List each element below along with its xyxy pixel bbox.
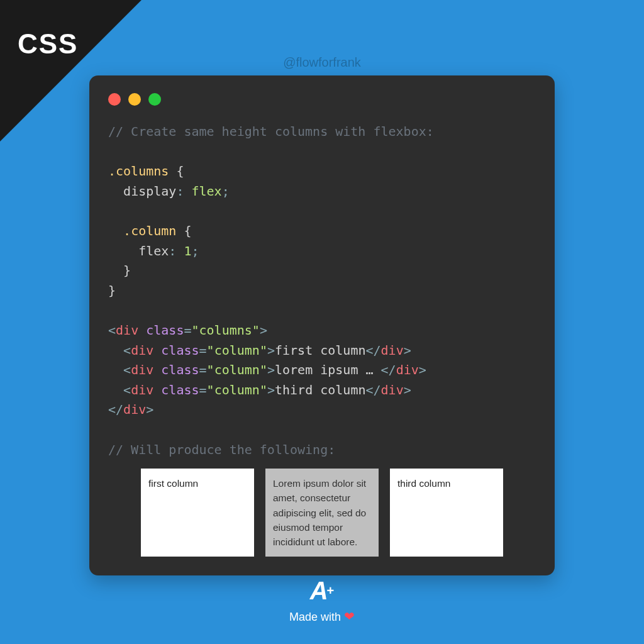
author-handle: @flowforfrank (283, 55, 361, 70)
code-tag: div (131, 382, 153, 397)
code-selector: .columns (108, 164, 169, 179)
demo-column-2: Lorem ipsum dolor sit amet, consectetur … (265, 469, 379, 557)
code-block: // Create same height columns with flexb… (108, 122, 536, 460)
code-prop: flex (138, 243, 169, 258)
code-selector: .column (123, 223, 176, 238)
code-text: third column (275, 382, 366, 397)
code-tag: div (381, 382, 404, 397)
code-text: first column (275, 343, 366, 358)
code-attr: class (146, 323, 184, 338)
code-prop: display (123, 184, 176, 199)
code-attr: class (161, 362, 199, 377)
code-tag: div (123, 402, 146, 417)
demo-column-1: first column (141, 469, 254, 557)
css-badge: CSS (18, 28, 78, 60)
logo-letter: A (310, 577, 328, 605)
code-attr: class (161, 382, 199, 397)
code-comment: // Will produce the following: (108, 442, 335, 457)
window-controls (108, 93, 536, 106)
maximize-icon[interactable] (148, 93, 161, 106)
code-tag: div (381, 343, 404, 358)
code-tag: div (396, 362, 419, 377)
code-attr: class (161, 343, 199, 358)
code-tag: div (131, 343, 153, 358)
code-value: flex (191, 184, 221, 199)
code-tag: div (131, 362, 153, 377)
footer: A+ Made with ❤ (289, 577, 355, 624)
demo-column-3: third column (390, 469, 503, 557)
code-text: lorem ipsum … (275, 362, 374, 377)
corner-triangle (0, 0, 142, 142)
demo-output: first column Lorem ipsum dolor sit amet,… (108, 469, 536, 557)
code-comment: // Create same height columns with flexb… (108, 124, 434, 139)
logo: A+ (289, 577, 355, 605)
code-editor-window: // Create same height columns with flexb… (89, 75, 555, 575)
heart-icon: ❤ (344, 609, 355, 623)
code-tag: div (116, 323, 138, 338)
made-with-text: Made with ❤ (289, 609, 355, 624)
code-value: 1 (184, 243, 191, 258)
